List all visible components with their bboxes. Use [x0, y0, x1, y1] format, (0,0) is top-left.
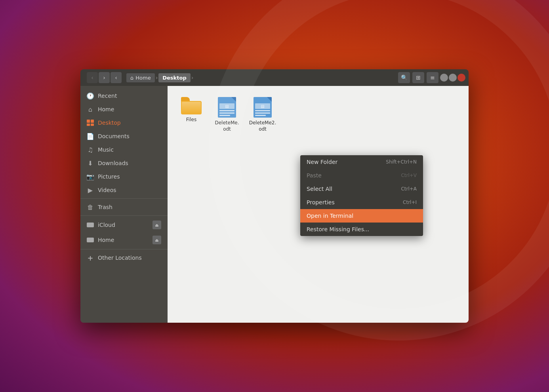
window-body: 🕐 Recent ⌂ Home Desktop — [80, 86, 469, 323]
sidebar-item-videos[interactable]: ▶ Videos — [80, 183, 168, 197]
sidebar-label-music: Music — [98, 147, 161, 153]
sidebar-divider-2 — [80, 215, 168, 216]
breadcrumb-back-button[interactable]: ‹ — [111, 72, 122, 83]
context-menu-shortcut-select-all: Ctrl+A — [401, 186, 417, 192]
context-menu-paste[interactable]: Paste Ctrl+V — [300, 169, 423, 182]
home-drive-icon — [87, 236, 94, 244]
files-grid: Files DeleteMe.o — [168, 86, 469, 143]
sidebar-label-home-drive: Home — [98, 237, 149, 243]
breadcrumb-desktop[interactable]: Desktop — [158, 73, 190, 82]
odt-lines-2 — [255, 103, 270, 116]
documents-icon: 📄 — [87, 133, 94, 140]
sidebar-item-desktop[interactable]: Desktop — [80, 116, 168, 129]
sidebar-item-other-locations[interactable]: + Other Locations — [80, 251, 168, 265]
context-menu-shortcut-new-folder: Shift+Ctrl+N — [386, 159, 417, 165]
view-grid-button[interactable]: ⊞ — [412, 72, 424, 83]
context-menu-shortcut-properties: Ctrl+I — [403, 200, 417, 205]
sidebar-label-icloud: iCloud — [98, 222, 149, 228]
file-label-deleteme2: DeleteMe2.odt — [249, 120, 276, 132]
sidebar-item-trash[interactable]: 🗑 Trash — [80, 200, 168, 214]
context-menu-restore-missing[interactable]: Restore Missing Files... — [300, 223, 423, 236]
sidebar-item-icloud[interactable]: iCloud ⏏ — [80, 217, 168, 232]
desktop-icon — [87, 119, 94, 126]
odt-text-line-2c — [255, 115, 266, 116]
desktop-label: Desktop — [162, 75, 186, 81]
recent-icon: 🕐 — [87, 92, 94, 99]
file-item-deleteme-odt[interactable]: DeleteMe.odt — [211, 94, 243, 135]
context-menu-label-restore-missing: Restore Missing Files... — [307, 226, 369, 232]
sidebar-label-downloads: Downloads — [98, 160, 161, 166]
sidebar-label-videos: Videos — [98, 187, 161, 193]
icloud-eject-button[interactable]: ⏏ — [152, 221, 161, 229]
file-item-deleteme2-odt[interactable]: DeleteMe2.odt — [247, 94, 278, 135]
file-manager-window: ‹ › ‹ ⌂ Home › Desktop › 🔍 ⊞ ≡ — [80, 69, 469, 323]
sidebar-label-trash: Trash — [98, 204, 161, 210]
titlebar-actions: 🔍 ⊞ ≡ — [398, 72, 438, 83]
music-icon: ♫ — [87, 146, 94, 153]
window-controls — [440, 74, 465, 82]
breadcrumb-end-separator: › — [191, 74, 194, 81]
svg-rect-2 — [87, 124, 90, 126]
context-menu-label-properties: Properties — [307, 199, 335, 206]
context-menu-open-terminal[interactable]: Open in Terminal — [300, 209, 423, 223]
forward-button[interactable]: › — [99, 72, 110, 83]
search-button[interactable]: 🔍 — [398, 72, 410, 83]
minimize-button[interactable] — [440, 74, 448, 82]
sidebar: 🕐 Recent ⌂ Home Desktop — [80, 86, 168, 323]
sidebar-item-recent[interactable]: 🕐 Recent — [80, 89, 168, 103]
icloud-icon — [87, 221, 94, 228]
svg-rect-0 — [87, 120, 90, 123]
sidebar-label-home: Home — [98, 106, 161, 112]
sidebar-item-downloads[interactable]: ⬇ Downloads — [80, 156, 168, 170]
file-label-deleteme: DeleteMe.odt — [215, 120, 239, 132]
view-list-button[interactable]: ≡ — [427, 72, 438, 83]
context-menu-shortcut-paste: Ctrl+V — [401, 173, 417, 178]
sidebar-item-documents[interactable]: 📄 Documents — [80, 129, 168, 143]
breadcrumb: ⌂ Home › Desktop › — [126, 73, 396, 82]
folder-icon — [181, 97, 202, 114]
sidebar-label-desktop: Desktop — [98, 120, 161, 126]
back-button[interactable]: ‹ — [87, 72, 98, 83]
odt-text-line-1c — [219, 115, 230, 116]
sidebar-label-recent: Recent — [98, 93, 161, 99]
odt-image-placeholder-1 — [219, 103, 234, 109]
context-menu-label-paste: Paste — [307, 172, 322, 179]
sidebar-label-pictures: Pictures — [98, 173, 161, 180]
odt-body-1 — [218, 97, 236, 118]
home-drive-eject-button[interactable]: ⏏ — [152, 236, 161, 244]
context-menu-select-all[interactable]: Select All Ctrl+A — [300, 182, 423, 196]
home-label: Home — [135, 75, 151, 81]
context-menu-label-open-terminal: Open in Terminal — [307, 213, 353, 219]
odt-icon-1 — [218, 97, 236, 118]
nav-arrows: ‹ › ‹ — [87, 72, 122, 83]
context-menu-properties[interactable]: Properties Ctrl+I — [300, 196, 423, 209]
sidebar-item-pictures[interactable]: 📷 Pictures — [80, 170, 168, 183]
sidebar-item-home[interactable]: ⌂ Home — [80, 103, 168, 116]
breadcrumb-separator: › — [156, 74, 158, 81]
context-menu-label-select-all: Select All — [307, 186, 332, 192]
other-locations-icon: + — [87, 254, 94, 261]
odt-lines-1 — [219, 103, 234, 116]
folder-body — [181, 101, 202, 114]
sidebar-item-home-drive[interactable]: Home ⏏ — [80, 232, 168, 247]
svg-rect-4 — [87, 223, 94, 227]
main-content[interactable]: Files DeleteMe.o — [168, 86, 469, 323]
context-menu-label-new-folder: New Folder — [307, 159, 337, 165]
breadcrumb-home[interactable]: ⌂ Home — [126, 73, 155, 82]
odt-body-2 — [254, 97, 272, 118]
file-item-files-folder[interactable]: Files — [175, 94, 207, 126]
maximize-button[interactable] — [449, 74, 457, 82]
odt-text-line-1b — [219, 112, 234, 114]
svg-rect-5 — [87, 238, 94, 242]
context-menu: New Folder Shift+Ctrl+N Paste Ctrl+V Sel… — [300, 155, 423, 236]
context-menu-new-folder[interactable]: New Folder Shift+Ctrl+N — [300, 155, 423, 169]
odt-image-placeholder-2 — [255, 103, 270, 109]
home-sidebar-icon: ⌂ — [87, 106, 94, 113]
trash-icon: 🗑 — [87, 204, 94, 211]
sidebar-item-music[interactable]: ♫ Music — [80, 143, 168, 156]
odt-text-line-2a — [255, 110, 270, 111]
odt-text-line-2b — [255, 112, 270, 114]
sidebar-label-documents: Documents — [98, 133, 161, 139]
titlebar: ‹ › ‹ ⌂ Home › Desktop › 🔍 ⊞ ≡ — [80, 69, 469, 86]
close-button[interactable] — [458, 74, 465, 82]
